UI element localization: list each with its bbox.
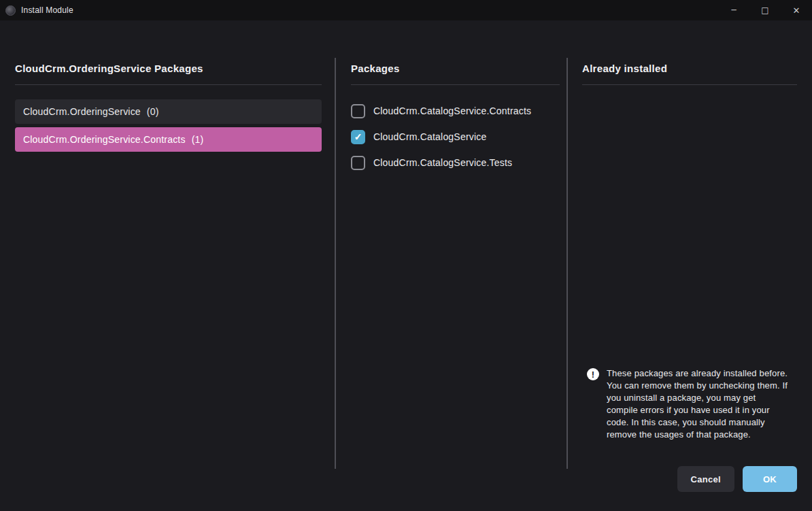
ok-button[interactable]: OK <box>743 466 797 492</box>
packages-panel: Packages ✓ CloudCrm.CatalogService.Contr… <box>351 53 560 176</box>
header-divider <box>351 84 560 85</box>
module-item-label: CloudCrm.OrderingService <box>23 106 141 117</box>
package-row-catalogservice-contracts[interactable]: ✓ CloudCrm.CatalogService.Contracts <box>351 98 560 124</box>
module-item-count: (0) <box>147 106 159 117</box>
package-row-catalogservice[interactable]: ✓ CloudCrm.CatalogService <box>351 124 560 150</box>
column-divider <box>566 58 568 469</box>
modules-panel-header: CloudCrm.OrderingService Packages <box>15 53 322 84</box>
module-item-orderingservice-contracts[interactable]: CloudCrm.OrderingService.Contracts (1) <box>15 127 322 152</box>
package-label: CloudCrm.CatalogService <box>373 131 486 142</box>
info-note: ! These packages are already installed b… <box>587 367 788 441</box>
module-item-orderingservice[interactable]: CloudCrm.OrderingService (0) <box>15 99 322 124</box>
module-item-label: CloudCrm.OrderingService.Contracts <box>23 134 186 145</box>
checkbox[interactable]: ✓ <box>351 156 365 170</box>
column-divider <box>335 58 336 469</box>
titlebar: Install Module ─ □ ✕ <box>0 0 812 20</box>
module-item-count: (1) <box>192 134 204 145</box>
checkbox[interactable]: ✓ <box>351 130 365 144</box>
modules-panel: CloudCrm.OrderingService Packages CloudC… <box>15 53 322 155</box>
package-label: CloudCrm.CatalogService.Contracts <box>373 105 531 116</box>
info-note-text: These packages are already installed bef… <box>607 367 788 441</box>
module-list: CloudCrm.OrderingService (0) CloudCrm.Or… <box>15 99 322 152</box>
header-divider <box>15 84 322 85</box>
maximize-icon: □ <box>761 5 768 15</box>
maximize-button[interactable]: □ <box>749 0 781 20</box>
minimize-button[interactable]: ─ <box>718 0 749 20</box>
window-controls: ─ □ ✕ <box>718 0 812 20</box>
package-row-catalogservice-tests[interactable]: ✓ CloudCrm.CatalogService.Tests <box>351 150 560 176</box>
package-list: ✓ CloudCrm.CatalogService.Contracts ✓ Cl… <box>351 98 560 176</box>
minimize-icon: ─ <box>731 5 736 15</box>
window-title: Install Module <box>21 5 73 15</box>
cancel-button[interactable]: Cancel <box>677 466 734 492</box>
already-installed-header: Already installed <box>582 53 797 84</box>
install-module-dialog: Install Module ─ □ ✕ CloudCrm.OrderingSe… <box>0 0 812 511</box>
header-divider <box>582 84 797 85</box>
close-icon: ✕ <box>793 5 800 16</box>
checkbox[interactable]: ✓ <box>351 104 365 118</box>
packages-panel-header: Packages <box>351 53 560 84</box>
check-icon: ✓ <box>354 132 362 142</box>
info-icon: ! <box>587 368 599 380</box>
dialog-content: CloudCrm.OrderingService Packages CloudC… <box>0 20 812 511</box>
dialog-footer: Cancel OK <box>677 466 797 492</box>
close-button[interactable]: ✕ <box>781 0 812 20</box>
already-installed-panel: Already installed ! These packages are a… <box>582 53 797 85</box>
app-logo-icon <box>5 5 16 16</box>
package-label: CloudCrm.CatalogService.Tests <box>373 157 512 168</box>
